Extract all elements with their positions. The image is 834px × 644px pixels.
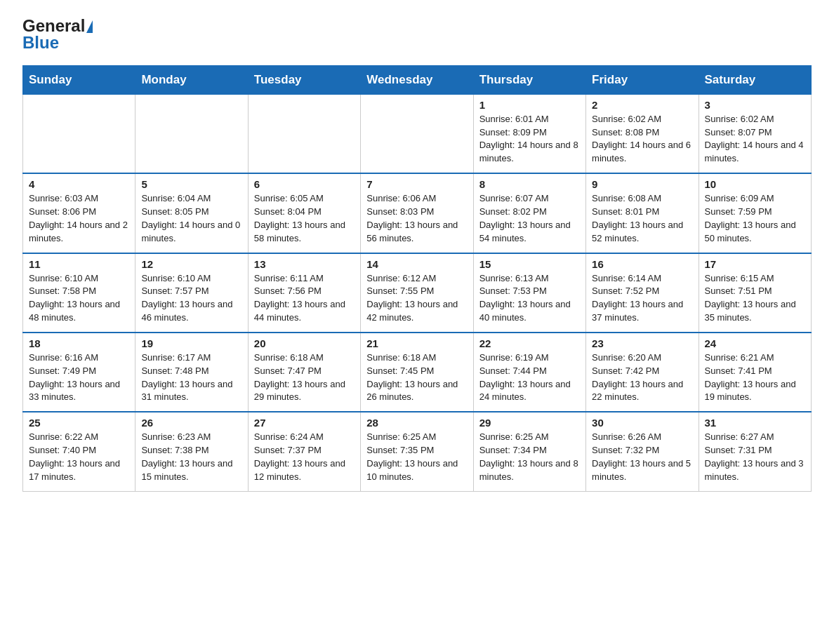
calendar-cell: 21Sunrise: 6:18 AMSunset: 7:45 PMDayligh… (361, 333, 473, 412)
calendar-cell: 18Sunrise: 6:16 AMSunset: 7:49 PMDayligh… (23, 333, 135, 412)
day-info: Sunrise: 6:27 AMSunset: 7:31 PMDaylight:… (705, 431, 805, 483)
day-number: 26 (141, 417, 241, 429)
day-number: 3 (705, 99, 805, 111)
calendar-cell: 3Sunrise: 6:02 AMSunset: 8:07 PMDaylight… (699, 94, 811, 173)
calendar-cell: 23Sunrise: 6:20 AMSunset: 7:42 PMDayligh… (586, 333, 699, 412)
calendar-cell: 12Sunrise: 6:10 AMSunset: 7:57 PMDayligh… (135, 253, 248, 333)
day-number: 27 (254, 417, 355, 429)
calendar-cell (135, 94, 248, 173)
calendar-cell: 27Sunrise: 6:24 AMSunset: 7:37 PMDayligh… (248, 412, 360, 491)
day-number: 19 (141, 337, 241, 349)
day-number: 9 (592, 178, 692, 190)
day-number: 15 (479, 258, 580, 270)
day-info: Sunrise: 6:01 AMSunset: 8:09 PMDaylight:… (479, 113, 580, 166)
day-number: 23 (592, 337, 692, 349)
day-info: Sunrise: 6:16 AMSunset: 7:49 PMDaylight:… (29, 351, 129, 404)
calendar-cell: 17Sunrise: 6:15 AMSunset: 7:51 PMDayligh… (699, 253, 811, 333)
day-info: Sunrise: 6:07 AMSunset: 8:02 PMDaylight:… (479, 192, 580, 245)
day-number: 24 (705, 337, 805, 349)
calendar-cell: 31Sunrise: 6:27 AMSunset: 7:31 PMDayligh… (699, 412, 811, 491)
calendar-cell: 15Sunrise: 6:13 AMSunset: 7:53 PMDayligh… (473, 253, 585, 333)
calendar-cell: 24Sunrise: 6:21 AMSunset: 7:41 PMDayligh… (699, 333, 811, 412)
day-number: 1 (479, 99, 580, 111)
day-header-saturday: Saturday (699, 65, 811, 94)
calendar-cell: 29Sunrise: 6:25 AMSunset: 7:34 PMDayligh… (473, 412, 585, 491)
calendar-cell: 2Sunrise: 6:02 AMSunset: 8:08 PMDaylight… (586, 94, 699, 173)
day-number: 22 (479, 337, 580, 349)
day-header-sunday: Sunday (23, 65, 135, 94)
logo-blue-text: Blue (22, 34, 59, 52)
calendar-week-row: 18Sunrise: 6:16 AMSunset: 7:49 PMDayligh… (23, 333, 812, 412)
calendar-cell: 7Sunrise: 6:06 AMSunset: 8:03 PMDaylight… (361, 173, 473, 253)
day-number: 10 (705, 178, 805, 190)
calendar-cell: 28Sunrise: 6:25 AMSunset: 7:35 PMDayligh… (361, 412, 473, 491)
day-header-monday: Monday (135, 65, 248, 94)
day-info: Sunrise: 6:02 AMSunset: 8:07 PMDaylight:… (705, 113, 805, 166)
day-number: 20 (254, 337, 355, 349)
calendar-cell: 16Sunrise: 6:14 AMSunset: 7:52 PMDayligh… (586, 253, 699, 333)
day-info: Sunrise: 6:20 AMSunset: 7:42 PMDaylight:… (592, 351, 692, 404)
day-info: Sunrise: 6:03 AMSunset: 8:06 PMDaylight:… (29, 192, 129, 245)
day-header-friday: Friday (586, 65, 699, 94)
day-number: 4 (29, 178, 129, 190)
day-number: 7 (366, 178, 467, 190)
day-info: Sunrise: 6:21 AMSunset: 7:41 PMDaylight:… (705, 351, 805, 404)
calendar-cell: 13Sunrise: 6:11 AMSunset: 7:56 PMDayligh… (248, 253, 360, 333)
day-number: 11 (29, 258, 129, 270)
day-info: Sunrise: 6:11 AMSunset: 7:56 PMDaylight:… (254, 272, 355, 325)
day-number: 16 (592, 258, 692, 270)
logo-triangle-icon (86, 20, 93, 33)
day-info: Sunrise: 6:02 AMSunset: 8:08 PMDaylight:… (592, 113, 692, 166)
calendar-cell: 25Sunrise: 6:22 AMSunset: 7:40 PMDayligh… (23, 412, 135, 491)
calendar-cell (361, 94, 473, 173)
day-header-thursday: Thursday (473, 65, 585, 94)
day-number: 21 (366, 337, 467, 349)
calendar-cell: 4Sunrise: 6:03 AMSunset: 8:06 PMDaylight… (23, 173, 135, 253)
day-number: 6 (254, 178, 355, 190)
calendar-cell: 10Sunrise: 6:09 AMSunset: 7:59 PMDayligh… (699, 173, 811, 253)
calendar-cell: 19Sunrise: 6:17 AMSunset: 7:48 PMDayligh… (135, 333, 248, 412)
calendar-cell: 5Sunrise: 6:04 AMSunset: 8:05 PMDaylight… (135, 173, 248, 253)
day-headers-row: SundayMondayTuesdayWednesdayThursdayFrid… (23, 65, 812, 94)
day-info: Sunrise: 6:15 AMSunset: 7:51 PMDaylight:… (705, 272, 805, 325)
page-header: General Blue (22, 17, 812, 53)
day-info: Sunrise: 6:17 AMSunset: 7:48 PMDaylight:… (141, 351, 241, 404)
day-number: 12 (141, 258, 241, 270)
calendar-table: SundayMondayTuesdayWednesdayThursdayFrid… (22, 65, 812, 492)
day-info: Sunrise: 6:10 AMSunset: 7:57 PMDaylight:… (141, 272, 241, 325)
calendar-cell: 9Sunrise: 6:08 AMSunset: 8:01 PMDaylight… (586, 173, 699, 253)
day-number: 8 (479, 178, 580, 190)
calendar-cell: 20Sunrise: 6:18 AMSunset: 7:47 PMDayligh… (248, 333, 360, 412)
day-number: 25 (29, 417, 129, 429)
calendar-cell: 1Sunrise: 6:01 AMSunset: 8:09 PMDaylight… (473, 94, 585, 173)
day-number: 28 (366, 417, 467, 429)
day-number: 13 (254, 258, 355, 270)
day-info: Sunrise: 6:13 AMSunset: 7:53 PMDaylight:… (479, 272, 580, 325)
day-info: Sunrise: 6:10 AMSunset: 7:58 PMDaylight:… (29, 272, 129, 325)
day-info: Sunrise: 6:04 AMSunset: 8:05 PMDaylight:… (141, 192, 241, 245)
day-info: Sunrise: 6:22 AMSunset: 7:40 PMDaylight:… (29, 431, 129, 483)
day-info: Sunrise: 6:09 AMSunset: 7:59 PMDaylight:… (705, 192, 805, 245)
calendar-cell: 6Sunrise: 6:05 AMSunset: 8:04 PMDaylight… (248, 173, 360, 253)
day-info: Sunrise: 6:23 AMSunset: 7:38 PMDaylight:… (141, 431, 241, 483)
day-number: 30 (592, 417, 692, 429)
calendar-cell: 11Sunrise: 6:10 AMSunset: 7:58 PMDayligh… (23, 253, 135, 333)
day-number: 29 (479, 417, 580, 429)
day-info: Sunrise: 6:25 AMSunset: 7:35 PMDaylight:… (366, 431, 467, 483)
day-info: Sunrise: 6:18 AMSunset: 7:47 PMDaylight:… (254, 351, 355, 404)
calendar-cell: 30Sunrise: 6:26 AMSunset: 7:32 PMDayligh… (586, 412, 699, 491)
day-info: Sunrise: 6:24 AMSunset: 7:37 PMDaylight:… (254, 431, 355, 483)
day-info: Sunrise: 6:18 AMSunset: 7:45 PMDaylight:… (366, 351, 467, 404)
logo: General Blue (22, 17, 93, 53)
day-number: 31 (705, 417, 805, 429)
day-number: 17 (705, 258, 805, 270)
day-header-tuesday: Tuesday (248, 65, 360, 94)
day-info: Sunrise: 6:06 AMSunset: 8:03 PMDaylight:… (366, 192, 467, 245)
calendar-cell: 8Sunrise: 6:07 AMSunset: 8:02 PMDaylight… (473, 173, 585, 253)
day-info: Sunrise: 6:05 AMSunset: 8:04 PMDaylight:… (254, 192, 355, 245)
day-info: Sunrise: 6:08 AMSunset: 8:01 PMDaylight:… (592, 192, 692, 245)
day-info: Sunrise: 6:12 AMSunset: 7:55 PMDaylight:… (366, 272, 467, 325)
calendar-cell: 26Sunrise: 6:23 AMSunset: 7:38 PMDayligh… (135, 412, 248, 491)
day-info: Sunrise: 6:25 AMSunset: 7:34 PMDaylight:… (479, 431, 580, 483)
day-number: 14 (366, 258, 467, 270)
